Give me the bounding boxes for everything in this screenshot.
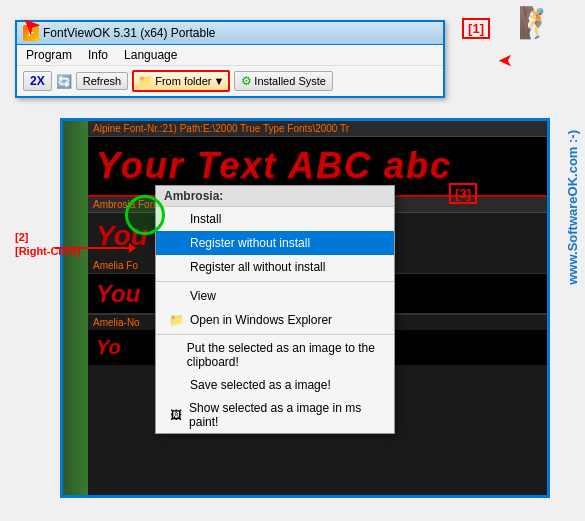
save-image-icon	[168, 377, 184, 393]
context-menu-mspaint[interactable]: 🖼 Show selected as a image in ms paint!	[156, 397, 394, 433]
context-separator-1	[156, 281, 394, 282]
from-folder-label: From folder	[155, 75, 211, 87]
btn-refresh[interactable]: Refresh	[76, 72, 129, 90]
label-3: [3]	[449, 183, 477, 204]
menu-language[interactable]: Language	[121, 47, 180, 63]
mspaint-icon: 🖼	[168, 407, 183, 423]
folder-icon: 📁	[138, 74, 153, 88]
dropdown-arrow: ▼	[213, 75, 224, 87]
clipboard-icon	[168, 347, 181, 363]
refresh-label: Refresh	[83, 75, 122, 87]
decorative-figure: 🧗	[518, 5, 555, 40]
register-all-icon	[168, 259, 184, 275]
context-separator-2	[156, 334, 394, 335]
menu-program[interactable]: Program	[23, 47, 75, 63]
btn-2x[interactable]: 2X	[23, 71, 52, 91]
install-icon	[168, 211, 184, 227]
font-preview-text: Your Text ABC abc	[96, 145, 452, 187]
right-click-arrow-line	[55, 247, 135, 249]
context-menu-install[interactable]: Install	[156, 207, 394, 231]
font-text-row3: You	[96, 280, 140, 308]
installed-label: Installed Syste	[254, 75, 326, 87]
btn-from-folder[interactable]: 📁 From folder ▼	[132, 70, 230, 92]
context-menu-open-explorer[interactable]: 📁 Open in Windows Explorer	[156, 308, 394, 332]
refresh-icon: 🔄	[56, 74, 72, 89]
view-icon	[168, 288, 184, 304]
context-menu-save-image[interactable]: Save selected as a image!	[156, 373, 394, 397]
green-circle-indicator	[125, 195, 165, 235]
menu-info[interactable]: Info	[85, 47, 111, 63]
font-text-row4: Yo	[96, 336, 121, 359]
window-menubar: Program Info Language	[17, 45, 443, 66]
label-1: [1]	[462, 18, 490, 39]
preview-left-sidebar	[63, 121, 88, 495]
context-menu-register-all[interactable]: Register all without install	[156, 255, 394, 279]
arrow-from-folder: ➤	[498, 50, 513, 72]
2x-icon: 2X	[30, 74, 45, 88]
window-toolbar: 2X 🔄 Refresh 📁 From folder ▼ ⚙ Installed…	[17, 66, 443, 96]
fontviewok-window: F FontViewOK 5.31 (x64) Portable Program…	[15, 20, 445, 98]
context-menu-clipboard[interactable]: Put the selected as an image to the clip…	[156, 337, 394, 373]
watermark-text: www.SoftwareOK.com :-)	[565, 130, 580, 285]
explorer-icon: 📁	[168, 312, 184, 328]
mspaint-label: Show selected as a image in ms paint!	[189, 401, 382, 429]
context-menu-view[interactable]: View	[156, 284, 394, 308]
open-explorer-label: Open in Windows Explorer	[190, 313, 332, 327]
window-title: FontViewOK 5.31 (x64) Portable	[43, 26, 216, 40]
install-label: Install	[190, 212, 221, 226]
register-icon	[168, 235, 184, 251]
installed-icon: ⚙	[241, 74, 252, 88]
register-all-label: Register all without install	[190, 260, 325, 274]
font-row1-header: Alpine Font-Nr.:21) Path:E:\2000 True Ty…	[88, 121, 547, 137]
view-label: View	[190, 289, 216, 303]
label-2: [2]	[15, 230, 80, 244]
context-menu-register[interactable]: Register without install	[156, 231, 394, 255]
btn-installed-system[interactable]: ⚙ Installed Syste	[234, 71, 333, 91]
context-menu: Ambrosia: Install Register without insta…	[155, 185, 395, 434]
register-label: Register without install	[190, 236, 310, 250]
window-titlebar: F FontViewOK 5.31 (x64) Portable	[17, 22, 443, 45]
save-image-label: Save selected as a image!	[190, 378, 331, 392]
context-menu-header: Ambrosia:	[156, 186, 394, 207]
clipboard-label: Put the selected as an image to the clip…	[187, 341, 382, 369]
label-2-block: [2] [Right-Click]	[15, 230, 80, 259]
